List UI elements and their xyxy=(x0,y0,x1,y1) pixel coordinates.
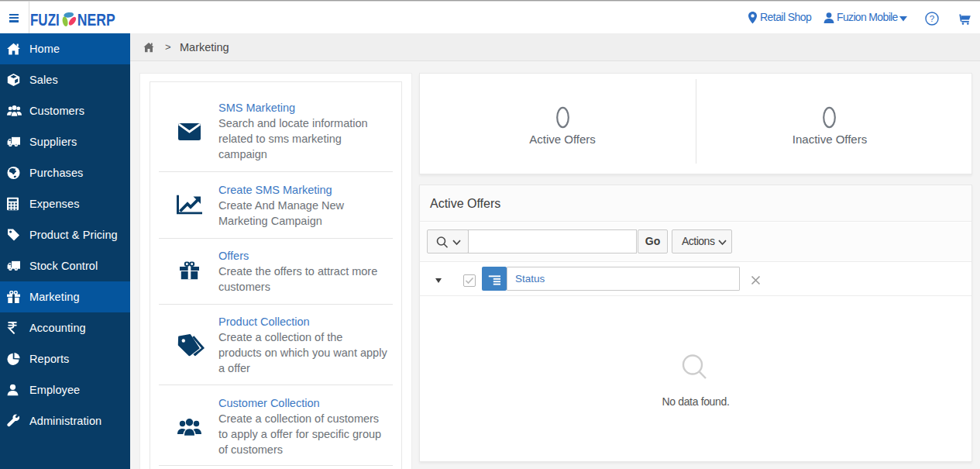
svg-text:NERP: NERP xyxy=(77,10,115,29)
svg-text:FUZI: FUZI xyxy=(30,10,60,29)
svg-text:?: ? xyxy=(930,14,934,23)
